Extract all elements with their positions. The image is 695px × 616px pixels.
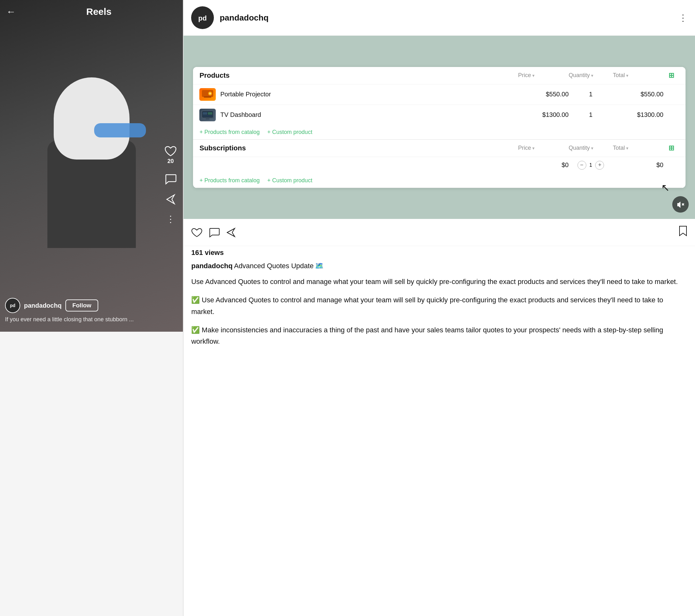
reels-right-icons: 20 ⋮ [164, 145, 177, 224]
reels-title: Reels [21, 6, 177, 17]
person-hood [54, 78, 130, 159]
svg-text:pd: pd [198, 14, 207, 22]
product-2-price: $1300.00 [518, 111, 569, 118]
products-add-row: + Products from catalog + Custom product [193, 125, 685, 139]
mute-button[interactable] [672, 196, 689, 212]
add-col-button[interactable]: ⊞ [668, 71, 674, 79]
sub-qty-control[interactable]: − 1 + [569, 161, 613, 170]
products-header-row: Products Price ▾ Quantity ▾ Total ▾ ⊞ [193, 67, 685, 84]
total-chevron-icon: ▾ [626, 73, 628, 78]
add-custom-product-button-products[interactable]: + Custom product [267, 129, 312, 136]
person-shape [41, 71, 142, 261]
product-1-price: $550.00 [518, 91, 569, 98]
products-section: Products Price ▾ Quantity ▾ Total ▾ ⊞ [193, 67, 685, 140]
insta-avatar: pd [191, 6, 214, 29]
views-count: 161 views [184, 246, 695, 259]
body-paragraph-1: Use Advanced Quotes to control and manag… [184, 276, 695, 288]
reels-back-button[interactable]: ← [6, 6, 16, 17]
subscription-row: $0 − 1 + $0 [193, 157, 685, 173]
product-2-total: $1300.00 [613, 111, 663, 118]
product-row-2: TV Dashboard $1300.00 1 $1300.00 [193, 105, 685, 125]
reels-header: ← Reels [0, 0, 183, 21]
reels-caption: If you ever need a little closing that o… [5, 316, 178, 323]
projector-image [199, 88, 216, 101]
bookmark-button[interactable] [679, 225, 688, 239]
sub-total: $0 [613, 161, 663, 169]
svg-rect-21 [203, 115, 212, 117]
body-paragraph-2: ✅ Use Advanced Quotes to control and man… [184, 294, 695, 318]
more-options-button[interactable]: ⋮ [164, 214, 177, 224]
subscriptions-add-row: + Products from catalog + Custom product [193, 173, 685, 188]
sub-price-header[interactable]: Price ▾ [518, 145, 569, 151]
tv-image [199, 109, 216, 121]
product-row-1: Portable Projector $550.00 1 $550.00 [193, 84, 685, 105]
sub-total-chevron: ▾ [626, 146, 628, 151]
heart-button[interactable] [191, 227, 203, 238]
reels-overlay: ← Reels 20 [0, 0, 183, 332]
body2-text: Use Advanced Quotes to control and manag… [191, 296, 663, 315]
reels-account-name: pandadochq [24, 302, 62, 309]
tv-dashboard-thumbnail [199, 109, 216, 121]
product-2-name: TV Dashboard [220, 111, 518, 118]
body-paragraph-3: ✅ Make inconsistencies and inaccuracies … [184, 324, 695, 347]
body3-emoji: ✅ [191, 326, 200, 334]
product-2-qty: 1 [569, 111, 613, 118]
svg-rect-20 [208, 112, 212, 115]
subscriptions-section: Subscriptions Price ▾ Quantity ▾ Total ▾ [193, 140, 685, 188]
svg-rect-18 [206, 118, 209, 119]
reels-account-avatar: pd [5, 298, 20, 313]
reels-account-row: pd pandadochq Follow [5, 298, 178, 313]
qty-plus-button[interactable]: + [595, 161, 604, 170]
left-panel: ← Document info Business Proposal for Ro… [0, 0, 183, 616]
comment-button[interactable] [164, 173, 177, 185]
product-1-total: $550.00 [613, 91, 663, 98]
sub-add-col-icon[interactable]: ⊞ [663, 144, 679, 152]
product-1-name: Portable Projector [220, 91, 518, 98]
instagram-header: pd pandadochq ⋮ [184, 0, 695, 36]
post-caption: pandadochq Advanced Quotes Update 🗺️ [184, 259, 695, 276]
sunglasses [94, 123, 146, 137]
like-count: 20 [167, 158, 174, 165]
subscriptions-header-row: Subscriptions Price ▾ Quantity ▾ Total ▾ [193, 140, 685, 157]
products-qty-header[interactable]: Quantity ▾ [569, 72, 613, 79]
share-button[interactable] [164, 194, 177, 205]
sub-qty-value: 1 [590, 162, 592, 168]
reels-bottom: pd pandadochq Follow If you ever need a … [0, 298, 183, 325]
sub-qty-chevron: ▾ [591, 146, 593, 151]
follow-button[interactable]: Follow [65, 300, 98, 311]
add-from-catalog-button-sub[interactable]: + Products from catalog [199, 177, 260, 184]
product-1-qty: 1 [569, 91, 613, 98]
insta-account-name: pandadochq [220, 13, 679, 23]
share-arrow-button[interactable] [226, 227, 236, 238]
products-section-title: Products [199, 71, 518, 80]
svg-point-14 [209, 92, 211, 95]
products-add-col-icon[interactable]: ⊞ [663, 71, 679, 80]
add-from-catalog-button-products[interactable]: + Products from catalog [199, 129, 260, 136]
body3-text: Make inconsistencies and inaccuracies a … [191, 326, 663, 345]
svg-rect-15 [204, 96, 211, 98]
like-button[interactable]: 20 [164, 145, 177, 165]
qty-chevron-icon: ▾ [591, 73, 593, 78]
sub-add-col-button[interactable]: ⊞ [668, 144, 674, 152]
sub-qty-header[interactable]: Quantity ▾ [569, 145, 613, 151]
svg-rect-19 [203, 112, 207, 115]
pandadoc-table: Products Price ▾ Quantity ▾ Total ▾ ⊞ [193, 67, 685, 188]
caption-emoji: 🗺️ [315, 262, 323, 270]
products-price-header[interactable]: Price ▾ [518, 72, 569, 79]
sub-total-header[interactable]: Total ▾ [613, 145, 663, 151]
sub-price-chevron: ▾ [532, 146, 535, 151]
comment-bubble-button[interactable] [209, 227, 220, 238]
product-video-card: Products Price ▾ Quantity ▾ Total ▾ ⊞ [184, 36, 695, 219]
caption-account: pandadochq [191, 262, 233, 270]
products-total-header[interactable]: Total ▾ [613, 72, 663, 79]
reels-person-visual [0, 0, 183, 332]
right-panel: pd pandadochq ⋮ Products Price ▾ Quantit… [184, 0, 695, 616]
svg-text:pd: pd [10, 303, 15, 308]
subscriptions-section-title: Subscriptions [199, 144, 518, 152]
add-custom-product-button-sub[interactable]: + Custom product [267, 177, 312, 184]
post-actions [184, 219, 695, 246]
three-dots-button[interactable]: ⋮ [679, 13, 688, 23]
qty-minus-button[interactable]: − [577, 161, 586, 170]
caption-title-text: Advanced Quotes Update [234, 262, 314, 270]
sub-price: $0 [518, 161, 569, 169]
